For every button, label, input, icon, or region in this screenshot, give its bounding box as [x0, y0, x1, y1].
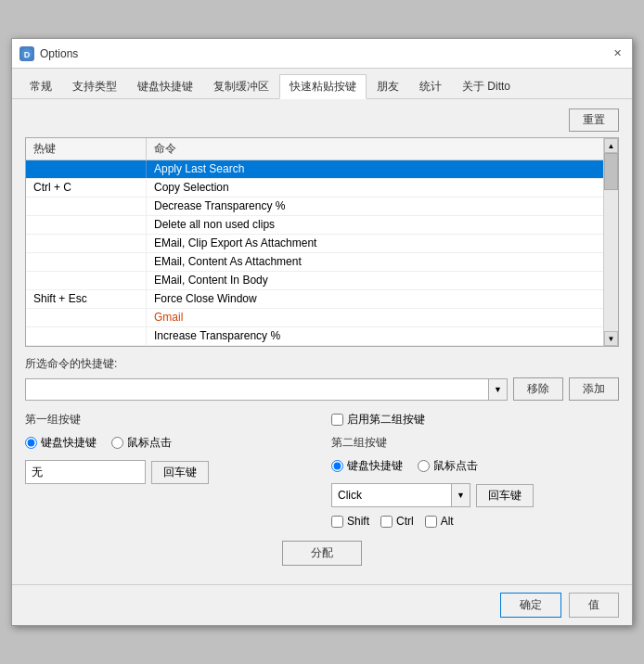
assign-button[interactable]: 分配 [282, 541, 362, 566]
group2-enable-row: 启用第二组按键 [331, 412, 619, 428]
scrollbar[interactable]: ▲ ▼ [603, 138, 618, 346]
modifier-row: Shift Ctrl Alt [331, 515, 619, 528]
group1-radio-keyboard[interactable]: 键盘快捷键 [25, 435, 97, 451]
group2-radio-keyboard[interactable]: 键盘快捷键 [331, 458, 403, 474]
close-button[interactable]: ✕ [610, 46, 625, 61]
group1-radio-group: 键盘快捷键 鼠标点击 [25, 435, 313, 451]
table-row[interactable]: Shift + Esc Force Close Window [26, 290, 603, 309]
group2-mouse-radio[interactable] [418, 460, 430, 472]
ctrl-modifier[interactable]: Ctrl [380, 515, 414, 528]
table-row[interactable]: Gmail [26, 309, 603, 327]
window-title: Options [40, 47, 78, 60]
title-bar-left: D Options [19, 46, 78, 61]
table-row[interactable]: EMail, Content As Attachment [26, 253, 603, 272]
group2-mouse-label: 鼠标点击 [433, 458, 478, 474]
group2-enable-checkbox[interactable] [331, 414, 343, 426]
shift-checkbox[interactable] [331, 516, 343, 528]
table-row[interactable]: Increase Transparency % [26, 327, 603, 346]
hotkey-cmd: Increase Transparency % [147, 327, 603, 345]
hotkey-key [26, 198, 147, 215]
cancel-button[interactable]: 值 [569, 593, 619, 618]
group2-radio-mouse[interactable]: 鼠标点击 [418, 458, 478, 474]
scrollbar-track[interactable] [604, 153, 618, 331]
hotkey-cmd: EMail, Content In Body [147, 272, 603, 289]
hotkey-header: 热键 命令 [26, 138, 603, 160]
hotkey-cmd: Force Close Window [147, 290, 603, 308]
reset-button[interactable]: 重置 [569, 109, 619, 132]
tab-copy[interactable]: 复制缓冲区 [203, 74, 279, 98]
tab-stats[interactable]: 统计 [409, 74, 452, 98]
scrollbar-up-btn[interactable]: ▲ [604, 138, 618, 153]
reset-row: 重置 [25, 109, 619, 132]
tab-friends[interactable]: 朋友 [367, 74, 409, 98]
table-row[interactable]: Ctrl + C Copy Selection [26, 179, 603, 198]
shift-label: Shift [347, 515, 369, 528]
table-row[interactable]: Apply Last Search [26, 160, 603, 179]
group2-enable-label: 启用第二组按键 [347, 412, 425, 428]
hotkey-key [26, 216, 147, 234]
shortcut-combo-input[interactable] [25, 378, 489, 401]
group2-radio-group: 键盘快捷键 鼠标点击 [331, 458, 619, 474]
hotkey-key: Shift + Esc [26, 290, 147, 308]
group2-click-combo: ▼ [331, 483, 470, 507]
hotkey-cmd: Gmail [147, 309, 603, 326]
combo-arrow[interactable]: ▼ [489, 378, 508, 401]
bottom-bar: 确定 值 [12, 584, 632, 625]
ctrl-checkbox[interactable] [380, 516, 393, 528]
hotkey-list[interactable]: Apply Last Search Ctrl + C Copy Selectio… [26, 160, 603, 346]
group1-keyboard-label: 键盘快捷键 [41, 435, 97, 451]
table-row[interactable]: Delete all non used clips [26, 216, 603, 235]
group1-key-input[interactable] [25, 460, 146, 484]
group2: 启用第二组按键 第二组按键 键盘快捷键 鼠标点击 ▼ [331, 412, 619, 528]
title-buttons: ✕ [610, 46, 625, 61]
assign-row: 分配 [25, 541, 619, 566]
tab-quick[interactable]: 快速粘贴按键 [279, 74, 367, 99]
tab-support[interactable]: 支持类型 [62, 74, 127, 98]
hotkey-cmd: Decrease Transparency % [147, 198, 603, 215]
group2-key-row: ▼ 回车键 [331, 483, 619, 507]
group1-mouse-radio[interactable] [111, 437, 123, 449]
ctrl-label: Ctrl [396, 515, 414, 528]
table-row[interactable]: EMail, Clip Export As Attachment [26, 235, 603, 253]
group1-radio-mouse[interactable]: 鼠标点击 [111, 435, 172, 451]
table-row[interactable]: EMail, Content In Body [26, 272, 603, 290]
hotkey-cmd: Delete all non used clips [147, 216, 603, 234]
group2-return-btn[interactable]: 回车键 [476, 484, 534, 507]
hotkey-key [26, 160, 147, 178]
group2-title: 第二组按键 [331, 435, 619, 451]
group1-keyboard-radio[interactable] [25, 437, 37, 449]
add-button[interactable]: 添加 [569, 377, 619, 401]
shift-modifier[interactable]: Shift [331, 515, 369, 528]
svg-text:D: D [24, 50, 31, 59]
group2-click-input[interactable] [331, 483, 452, 507]
ok-button[interactable]: 确定 [500, 593, 561, 618]
table-row[interactable]: Decrease Transparency % [26, 198, 603, 216]
hotkey-cmd: EMail, Content As Attachment [147, 253, 603, 271]
group2-keyboard-radio[interactable] [331, 460, 343, 472]
scrollbar-down-btn[interactable]: ▼ [604, 331, 618, 346]
col-command: 命令 [147, 138, 184, 160]
hotkey-inner: 热键 命令 Apply Last Search Ctrl + C Copy Se… [26, 138, 603, 346]
hotkey-key [26, 235, 147, 252]
remove-button[interactable]: 移除 [513, 377, 563, 401]
tab-about[interactable]: 关于 Ditto [452, 74, 521, 98]
hotkey-key: Ctrl + C [26, 179, 147, 197]
scrollbar-thumb[interactable] [604, 153, 618, 190]
options-window: D Options ✕ 常规 支持类型 键盘快捷键 复制缓冲区 快速粘贴按键 朋… [11, 38, 633, 626]
alt-label: Alt [441, 515, 454, 528]
tab-keyboard[interactable]: 键盘快捷键 [127, 74, 203, 98]
tab-general[interactable]: 常规 [19, 74, 62, 98]
shortcut-combo: ▼ [25, 378, 508, 401]
hotkey-key [26, 309, 147, 326]
tab-bar: 常规 支持类型 键盘快捷键 复制缓冲区 快速粘贴按键 朋友 统计 关于 Ditt… [12, 69, 632, 99]
hotkey-table-wrap: 热键 命令 Apply Last Search Ctrl + C Copy Se… [25, 137, 619, 347]
click-arrow[interactable]: ▼ [452, 483, 470, 507]
hotkey-cmd: EMail, Clip Export As Attachment [147, 235, 603, 252]
alt-checkbox[interactable] [425, 516, 437, 528]
group1-return-btn[interactable]: 回车键 [151, 461, 209, 484]
alt-modifier[interactable]: Alt [425, 515, 454, 528]
hotkey-cmd: Copy Selection [147, 179, 603, 197]
app-icon: D [19, 46, 34, 61]
group1-title: 第一组按键 [25, 412, 313, 428]
group1: 第一组按键 键盘快捷键 鼠标点击 回车键 [25, 412, 313, 528]
